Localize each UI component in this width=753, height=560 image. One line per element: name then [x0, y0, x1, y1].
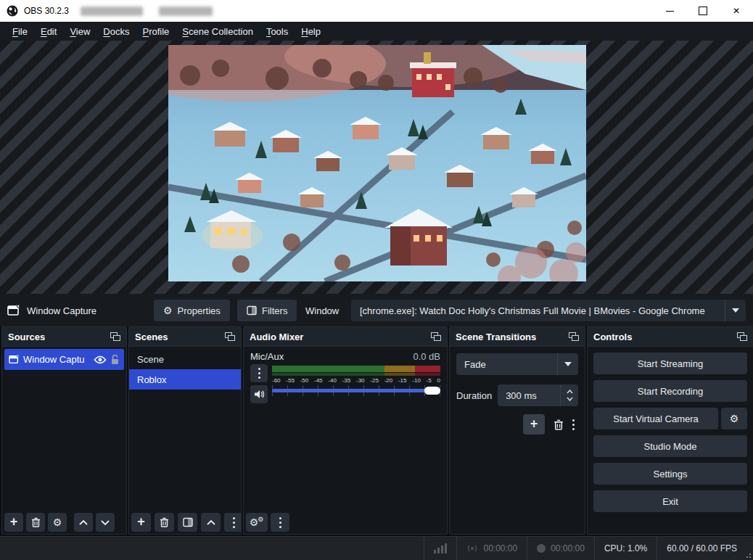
start-virtual-camera-button[interactable]: Start Virtual Camera — [593, 408, 718, 429]
scenes-toolbar: + — [131, 513, 242, 532]
menu-edit[interactable]: Edit — [34, 26, 63, 37]
minimize-button[interactable] — [653, 0, 686, 22]
window-property-label: Window — [305, 300, 339, 321]
menu-profile[interactable]: Profile — [136, 26, 176, 37]
meter-tick: 0 — [437, 377, 440, 384]
duration-spinner[interactable]: 300 ms — [498, 384, 578, 406]
start-recording-label: Start Recording — [638, 386, 703, 397]
double-gear-small-icon: ⚙ — [258, 516, 263, 523]
close-icon: ✕ — [733, 7, 740, 15]
fps-indicator: 60.00 / 60.00 FPS — [657, 537, 753, 560]
redacted-profile-name — [81, 7, 143, 16]
preview-background — [0, 41, 753, 294]
kebab-menu-icon — [279, 517, 281, 528]
meter-tick: -30 — [356, 377, 365, 384]
menu-file[interactable]: File — [6, 26, 34, 37]
controls-title: Controls — [593, 332, 632, 342]
close-button[interactable]: ✕ — [720, 0, 753, 22]
meter-scale: -60 -55 -50 -45 -40 -35 -30 -25 -20 -15 … — [272, 377, 440, 384]
start-virtual-camera-label: Start Virtual Camera — [613, 413, 699, 424]
move-scene-up-button[interactable] — [201, 513, 221, 532]
record-icon — [537, 544, 546, 553]
meter-tick: -55 — [286, 377, 295, 384]
controls-panel-header[interactable]: Controls — [588, 327, 753, 347]
properties-button[interactable]: ⚙ Properties — [154, 300, 230, 321]
remove-scene-button[interactable] — [155, 513, 174, 532]
studio-mode-button[interactable]: Studio Mode — [593, 435, 747, 457]
start-streaming-button[interactable]: Start Streaming — [593, 353, 747, 374]
scene-transitions-panel-header[interactable]: Scene Transitions — [450, 327, 585, 347]
spin-down-icon[interactable] — [567, 397, 573, 401]
transition-properties-menu-button[interactable] — [572, 419, 575, 430]
cpu-usage-value: CPU: 1.0% — [604, 543, 647, 553]
add-transition-button[interactable]: + — [523, 414, 545, 435]
window-select-dropdown[interactable]: [chrome.exe]: Watch Doc Holly's Christma… — [351, 300, 746, 321]
selected-source-indicator: Window Capture — [7, 300, 96, 321]
kebab-menu-icon — [258, 368, 260, 379]
mute-toggle-button[interactable] — [250, 385, 268, 403]
resize-grip[interactable] — [745, 552, 751, 558]
source-item-label: Window Captu — [23, 354, 90, 365]
settings-button[interactable]: Settings — [593, 463, 747, 485]
scenes-overflow-menu-button[interactable] — [224, 513, 242, 532]
titlebar: OBS 30.2.3 ✕ — [0, 0, 753, 22]
scenes-panel: Scenes Scene Roblox + — [128, 326, 242, 535]
obs-main-window: OBS 30.2.3 ✕ File Edit View Docks Profil… — [0, 0, 753, 560]
add-scene-button[interactable]: + — [131, 513, 151, 532]
scene-list: Scene Roblox — [129, 347, 241, 390]
transition-select[interactable]: Fade — [456, 353, 578, 375]
source-item-window-capture[interactable]: Window Captu — [4, 349, 124, 370]
remove-source-button[interactable] — [26, 513, 45, 532]
source-properties-button[interactable]: ⚙ — [48, 513, 67, 532]
trash-icon — [160, 517, 169, 527]
preview-video-canvas[interactable] — [168, 45, 586, 281]
channel-menu-button[interactable] — [250, 364, 268, 382]
popout-icon — [225, 332, 235, 341]
virtual-camera-settings-button[interactable]: ⚙ — [721, 408, 747, 429]
sources-panel-header[interactable]: Sources — [2, 327, 126, 347]
filters-button[interactable]: Filters — [237, 300, 297, 321]
move-source-down-button[interactable] — [96, 513, 115, 532]
menu-tools[interactable]: Tools — [260, 26, 295, 37]
stream-timer: 00:00:00 — [457, 537, 527, 560]
menu-view[interactable]: View — [63, 26, 96, 37]
remove-transition-button[interactable] — [554, 419, 564, 430]
source-name-label: Window Capture — [27, 305, 96, 316]
mixer-menu-button[interactable] — [271, 513, 289, 532]
meter-tick: -15 — [398, 377, 407, 384]
audio-mixer-panel-header[interactable]: Audio Mixer — [244, 327, 447, 347]
unlock-icon[interactable] — [110, 354, 120, 365]
scenes-panel-header[interactable]: Scenes — [129, 327, 241, 347]
slider-handle[interactable] — [424, 387, 440, 395]
sources-toolbar: + ⚙ — [4, 513, 115, 532]
advanced-audio-button[interactable]: ⚙⚙ — [246, 513, 268, 532]
menu-help[interactable]: Help — [295, 26, 327, 37]
filter-icon — [183, 517, 193, 527]
menubar: File Edit View Docks Profile Scene Colle… — [0, 22, 753, 41]
meter-tick: -45 — [314, 377, 323, 384]
menu-scene-collection[interactable]: Scene Collection — [176, 26, 260, 37]
volume-slider[interactable] — [272, 385, 440, 396]
visibility-eye-icon[interactable] — [94, 355, 107, 364]
minimize-icon — [666, 11, 674, 12]
slider-track[interactable] — [272, 389, 440, 392]
move-source-up-button[interactable] — [74, 513, 93, 532]
exit-button[interactable]: Exit — [593, 490, 747, 512]
menu-docks[interactable]: Docks — [96, 26, 136, 37]
meter-tick: -5 — [427, 377, 432, 384]
redacted-scene-collection-name — [159, 7, 213, 16]
scene-item-roblox[interactable]: Roblox — [129, 369, 241, 390]
spin-up-icon[interactable] — [567, 390, 573, 394]
plus-icon: + — [530, 417, 538, 430]
maximize-button[interactable] — [686, 0, 720, 22]
stream-time-value: 00:00:00 — [483, 543, 517, 553]
meter-tick: -35 — [342, 377, 351, 384]
properties-label: Properties — [178, 305, 221, 316]
scene-item-scene[interactable]: Scene — [129, 349, 241, 369]
cpu-usage: CPU: 1.0% — [595, 537, 657, 560]
gear-icon: ⚙ — [53, 517, 62, 527]
meter-tick: -60 — [272, 377, 281, 384]
add-source-button[interactable]: + — [4, 513, 23, 532]
scene-filters-button[interactable] — [178, 513, 197, 532]
start-recording-button[interactable]: Start Recording — [593, 380, 747, 402]
